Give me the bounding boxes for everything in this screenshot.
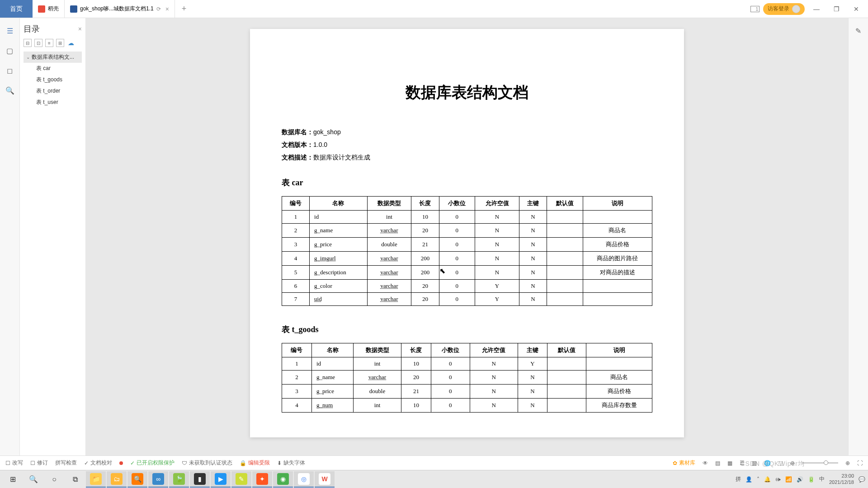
rights-status[interactable]: ✓ 已开启权限保护 — [130, 459, 175, 467]
tray-user-icon[interactable]: 👤 — [745, 476, 752, 483]
bookmark-icon[interactable]: ◻ — [5, 65, 15, 76]
table-cell: varchar — [367, 280, 411, 293]
table-cell: 4 — [282, 399, 312, 413]
material-library[interactable]: ✿ 素材库 — [673, 459, 695, 467]
table-cell: g_name — [310, 224, 367, 238]
table-header: 名称 — [311, 343, 353, 357]
app-icon-6[interactable]: ✦ — [252, 471, 272, 488]
terminal-icon[interactable]: ▮ — [190, 471, 210, 488]
expand-all-icon[interactable]: ⊡ — [34, 39, 42, 47]
table-header: 主键 — [518, 343, 547, 357]
tree-item[interactable]: 表 t_user — [24, 97, 82, 108]
proofread-button[interactable]: ✓ 文档校对 — [84, 459, 112, 467]
page-view-icon[interactable]: ▦ — [727, 460, 732, 466]
maximize-button[interactable]: ❐ — [828, 5, 844, 13]
missing-fonts[interactable]: ⬇ 缺失字体 — [277, 459, 305, 467]
login-button[interactable]: 访客登录 — [763, 3, 805, 15]
zoom-slider[interactable] — [802, 462, 838, 464]
table-header: 默认值 — [547, 197, 583, 211]
app-icon-3[interactable]: 🍃 — [169, 471, 189, 488]
table-cell: varchar — [367, 266, 411, 280]
document-meta: 数据库名：gok_shop 文档版本：1.0.0 文档描述：数据库设计文档生成 — [282, 126, 652, 164]
auth-status[interactable]: 🛡 未获取到认证状态 — [182, 459, 232, 467]
ime-icon[interactable]: 拼 — [736, 475, 741, 483]
table-cell: g_color — [310, 280, 367, 293]
edit-icon[interactable]: ✎ — [853, 25, 864, 36]
tree-root[interactable]: ⌄ 数据库表结构文... — [24, 52, 82, 63]
taskview-icon[interactable]: ⧉ — [65, 471, 85, 488]
zoom-in-button[interactable]: ⊕ — [845, 460, 850, 466]
search-task-icon[interactable]: 🔍 — [24, 471, 43, 488]
db-table: 编号名称数据类型长度小数位允许空值主键默认值说明1idint100NN2g_na… — [282, 196, 652, 306]
close-button[interactable]: ✕ — [848, 5, 864, 13]
tree-item[interactable]: 表 t_goods — [24, 74, 82, 85]
right-rail: ✎ — [848, 18, 868, 455]
close-icon[interactable]: × — [165, 5, 169, 13]
outline-icon[interactable]: ☰ — [5, 25, 15, 36]
app-icon-7[interactable]: ◉ — [273, 471, 293, 488]
start-button[interactable]: ⊞ — [3, 471, 23, 488]
document-scroll[interactable]: 数据库表结构文档 数据库名：gok_shop 文档版本：1.0.0 文档描述：数… — [86, 18, 848, 455]
grid-icon[interactable]: ⊞ — [56, 39, 64, 47]
clock[interactable]: 23:002021/12/18 — [829, 473, 854, 485]
wps-icon[interactable]: W — [315, 471, 335, 488]
table-cell: 商品名 — [586, 371, 652, 385]
table-header: 长度 — [401, 343, 431, 357]
app-icon-4[interactable]: ▶ — [211, 471, 231, 488]
table-cell: 20 — [411, 293, 439, 306]
network-icon[interactable]: 🕪 — [775, 476, 781, 483]
minimize-button[interactable]: — — [808, 5, 825, 13]
explorer-icon[interactable]: 📁 — [86, 471, 106, 488]
notifications-icon[interactable]: 💬 — [859, 476, 865, 483]
new-tab-button[interactable]: + — [175, 0, 193, 18]
table-cell: 7 — [282, 293, 310, 306]
app-icon-5[interactable]: ✎ — [231, 471, 251, 488]
chrome-icon[interactable]: ◎ — [294, 471, 314, 488]
folder-icon[interactable]: 🗂 — [107, 471, 127, 488]
revise-toggle[interactable]: ☐ 修订 — [30, 459, 48, 467]
wifi-icon[interactable]: 📶 — [785, 476, 792, 483]
sync-icon[interactable]: ☁ — [67, 39, 75, 47]
table-cell: 3 — [282, 385, 312, 399]
table-row: 7uidvarchar200YN — [282, 293, 652, 306]
cortana-icon[interactable]: ○ — [44, 471, 64, 488]
eye-icon[interactable]: 👁 — [703, 460, 708, 466]
table-header: 允许空值 — [475, 197, 519, 211]
language-icon[interactable]: 中 — [819, 475, 825, 483]
volume-icon[interactable]: 🔊 — [797, 476, 803, 483]
tree-item[interactable]: 表 car — [24, 63, 82, 74]
login-label: 访客登录 — [768, 5, 789, 13]
modify-toggle[interactable]: ☐ 改写 — [5, 459, 23, 467]
table-cell: 商品名 — [583, 224, 652, 238]
window-list-icon[interactable]: 1 — [750, 6, 760, 12]
folder-icon[interactable]: ▢ — [5, 45, 15, 56]
refresh-icon[interactable]: ⟳ — [156, 6, 161, 12]
table-cell: 4 — [282, 252, 310, 266]
table-cell: double — [367, 238, 411, 252]
list-icon[interactable]: ≡ — [45, 39, 53, 47]
tab-daoke[interactable]: 稻壳 — [33, 0, 65, 18]
table-header: 主键 — [519, 197, 547, 211]
app-icon-2[interactable]: ∞ — [148, 471, 168, 488]
table-cell: N — [519, 266, 547, 280]
fit-icon[interactable]: ⛶ — [857, 460, 863, 466]
app-icon-1[interactable]: 🔍 — [127, 471, 147, 488]
system-tray: 拼 👤 ˄ 🔔 🕪 📶 🔊 🔋 中 23:002021/12/18 💬 — [736, 473, 865, 485]
tab-home[interactable]: 首页 — [0, 0, 33, 18]
tray-app-icon[interactable]: 🔔 — [764, 476, 771, 483]
spellcheck-button[interactable]: 拼写检查 — [55, 459, 77, 467]
battery-icon[interactable]: 🔋 — [808, 476, 815, 483]
tab-document[interactable]: gok_shop哆...城数据库文档1.1 ⟳ × — [65, 0, 175, 18]
table-cell: varchar — [367, 293, 411, 306]
edit-limited[interactable]: 🔒 编辑受限 — [240, 459, 270, 467]
table-cell — [583, 280, 652, 293]
close-icon[interactable]: × — [78, 25, 82, 33]
collapse-all-icon[interactable]: ⊟ — [24, 39, 32, 47]
layout-icon[interactable]: ▤ — [715, 460, 720, 466]
table-cell: 6 — [282, 280, 310, 293]
tree-item[interactable]: 表 t_order — [24, 85, 82, 97]
table-cell: 0 — [439, 280, 475, 293]
chevron-up-icon[interactable]: ˄ — [757, 476, 760, 483]
table-cell: 商品价格 — [583, 238, 652, 252]
search-icon[interactable]: 🔍 — [5, 85, 15, 96]
